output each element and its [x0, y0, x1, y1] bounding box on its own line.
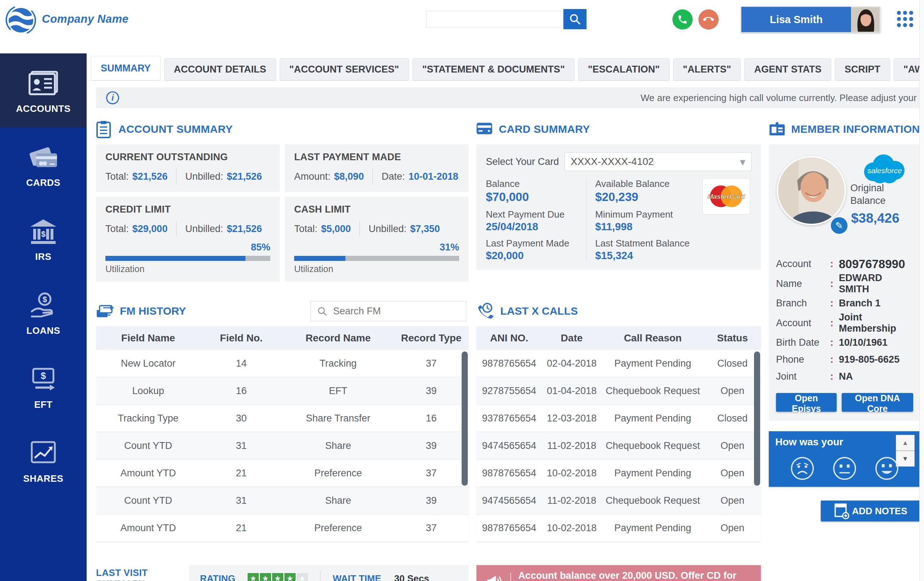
spinner-up-icon[interactable]: ▲: [896, 435, 914, 451]
card-summary-section: CARD SUMMARY Select Your Card XXXX-XXXX-…: [477, 119, 761, 269]
page-scrollbar-track[interactable]: [919, 0, 924, 581]
global-search-input[interactable]: [426, 11, 563, 27]
call-history-icon: [477, 302, 495, 320]
search-icon: [317, 306, 328, 318]
table-row[interactable]: 927875565401-04-2018Chequebook RequestOp…: [477, 378, 761, 405]
tab-agent-stats[interactable]: AGENT STATS: [744, 58, 831, 81]
section-title: FM HISTORY: [120, 305, 186, 317]
add-notes-button[interactable]: ADD NOTES: [821, 500, 921, 522]
app-launcher-icon[interactable]: [897, 11, 913, 27]
total-label: Total:: [106, 223, 129, 234]
sidebar-label: IRS: [35, 251, 52, 262]
star-icon: ★: [260, 573, 271, 581]
table-row[interactable]: 947456565411-02-2018Chequebook RequestOp…: [477, 432, 761, 460]
top-header: Company Name Lisa Smith: [0, 0, 924, 35]
sidebar-item-accounts[interactable]: ACCOUNTS: [0, 53, 87, 127]
edit-pencil-icon[interactable]: ✎: [830, 216, 849, 235]
megaphone-icon: [486, 573, 503, 581]
card-select[interactable]: XXXX-XXXX-4102 ▾: [564, 152, 751, 171]
tab-bar: SUMMARY ACCOUNT DETAILS "ACCOUNT SERVICE…: [87, 53, 924, 81]
sidebar-item-shares[interactable]: SHARES: [0, 423, 87, 497]
table-row[interactable]: New Locator14Tracking37: [96, 350, 469, 378]
call-controls: [672, 9, 719, 30]
tab-alerts[interactable]: "ALERTS": [673, 58, 741, 81]
sidebar-item-loans[interactable]: $ LOANS: [0, 276, 87, 349]
table-row[interactable]: Lookup16EFT39: [96, 378, 469, 405]
tab-account-details[interactable]: ACCOUNT DETAILS: [164, 58, 276, 81]
next-due-label: Next Payment Due: [486, 209, 580, 220]
tab-statement-documents[interactable]: "STATEMENT & DOCUMENTS": [412, 58, 574, 81]
table-row[interactable]: 987876565402-04-2018Payment PendingClose…: [477, 350, 761, 378]
star-icon: ★: [248, 573, 259, 581]
member-photo: [777, 156, 846, 225]
star-icon: ★: [297, 573, 308, 581]
shares-chart-icon: [27, 436, 60, 471]
info-icon[interactable]: i: [106, 91, 119, 104]
table-row[interactable]: Count YTD31Share39: [96, 432, 469, 460]
last-visit-label: LAST VISIT SUMMARY: [96, 567, 189, 581]
open-episys-button[interactable]: Open Episys: [776, 393, 837, 412]
add-notes-label: ADD NOTES: [852, 505, 907, 517]
global-search: [426, 11, 587, 29]
table-row[interactable]: Count YTD31Share39: [96, 487, 469, 515]
section-title: CARD SUMMARY: [499, 123, 590, 135]
wait-time-label: WAIT TIME: [333, 573, 381, 581]
total-value: $29,000: [132, 223, 168, 234]
global-search-button[interactable]: [563, 9, 587, 29]
happy-face-icon[interactable]: [873, 455, 900, 482]
cash-limit-card: CASH LIMIT Total: $5,000 Unbilled: $7,35…: [285, 197, 469, 281]
member-fields: Account: 8097678990 Name: EDWARD SMITH B…: [776, 256, 913, 385]
minimum-payment-label: Minimum Payment: [595, 209, 697, 220]
current-outstanding-card: CURRENT OUTSTANDING Total: $21,526 Unbil…: [96, 144, 280, 191]
table-row[interactable]: 937876565412-03-2018Payment PendingClose…: [477, 405, 761, 432]
member-field-row: Account: 8097678990: [776, 256, 913, 272]
tab-script[interactable]: SCRIPT: [835, 58, 890, 81]
original-balance-label: Original Balance: [850, 182, 904, 207]
sidebar-item-cards[interactable]: CARDS: [0, 127, 87, 201]
table-row[interactable]: 987876565410-02-2018Payment PendingOpen: [477, 460, 761, 487]
table-row[interactable]: Amount YTD21Preference37: [96, 515, 469, 542]
unbilled-label: Unbilled:: [368, 223, 406, 234]
open-dna-core-button[interactable]: Open DNA Core: [842, 393, 913, 412]
unbilled-label: Unbilled:: [185, 223, 223, 234]
sidebar-item-eft[interactable]: $ EFT: [0, 349, 87, 423]
fm-history-table: Field Name Field No. Record Name Record …: [96, 326, 469, 542]
table-row[interactable]: Tracking Type30Share Transfer16: [96, 405, 469, 432]
last-payment-card: LAST PAYMENT MADE Amount: $8,090 Date: 1…: [285, 144, 469, 191]
card-title: CREDIT LIMIT: [106, 204, 271, 215]
feedback-widget: How was your ▲ ▼: [769, 431, 921, 487]
date-label: Date:: [381, 171, 405, 182]
sidebar-item-irs[interactable]: $ IRS: [0, 201, 87, 276]
svg-text:$: $: [41, 370, 46, 381]
hang-up-call-icon[interactable]: [698, 9, 719, 30]
sidebar-label: ACCOUNTS: [16, 103, 70, 114]
utilization-bar: [106, 256, 271, 261]
tab-account-services[interactable]: "ACCOUNT SERVICES": [280, 58, 409, 81]
answer-call-icon[interactable]: [672, 9, 693, 30]
star-icon: ★: [272, 573, 283, 581]
wait-time-value: 30 Secs: [394, 573, 429, 581]
agent-badge[interactable]: Lisa Smith: [741, 7, 880, 33]
section-title: LAST X CALLS: [500, 305, 578, 317]
card-title: CASH LIMIT: [294, 204, 459, 215]
table-row[interactable]: 987876565410-02-2018Payment PendingOpen: [477, 515, 761, 542]
table-row[interactable]: 947456565411-02-2018Chequebook RequestOp…: [477, 487, 761, 515]
svg-text:$: $: [43, 295, 47, 304]
fm-table-scrollbar[interactable]: [462, 352, 468, 486]
sidebar-nav: ACCOUNTS CARDS: [0, 53, 87, 581]
neutral-face-icon[interactable]: [831, 455, 858, 482]
date-value: 10-01-2018: [409, 171, 459, 182]
tab-escalation[interactable]: "ESCALATION": [578, 58, 670, 81]
sidebar-label: SHARES: [23, 473, 63, 484]
sad-face-icon[interactable]: [789, 455, 816, 482]
offer-banner: Account balance over 20,000 USD. Offer C…: [477, 565, 761, 581]
total-value: $21,526: [132, 171, 168, 182]
table-row[interactable]: Amount YTD21Preference37: [96, 460, 469, 487]
fm-search-input[interactable]: [310, 301, 466, 321]
calls-table-scrollbar[interactable]: [754, 352, 760, 486]
selected-card-value: XXXX-XXXX-4102: [571, 156, 653, 167]
original-balance-value: $38,426: [851, 211, 899, 226]
chevron-down-icon: ▾: [740, 155, 745, 168]
tab-summary[interactable]: SUMMARY: [91, 56, 161, 81]
credit-limit-card: CREDIT LIMIT Total: $29,000 Unbilled: $2…: [96, 197, 280, 281]
